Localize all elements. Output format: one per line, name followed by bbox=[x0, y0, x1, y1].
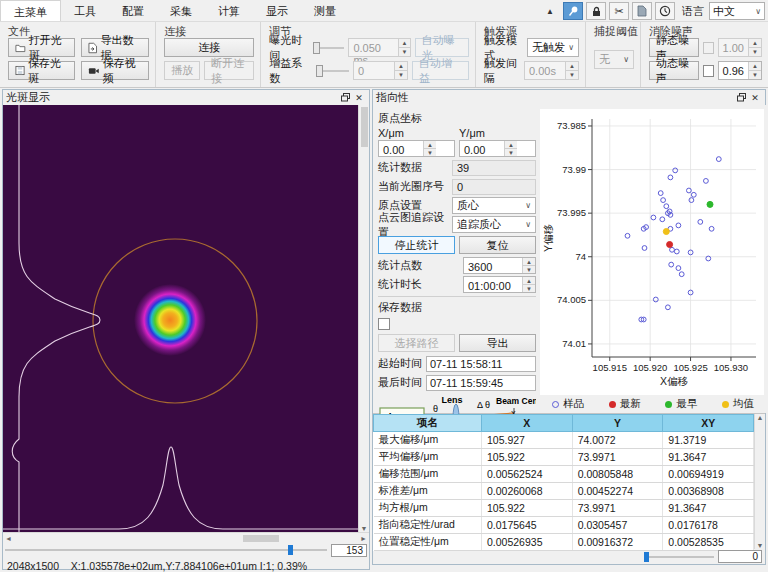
spin-up-icon[interactable]: ▲ bbox=[523, 258, 535, 266]
spin-down-icon[interactable]: ▼ bbox=[395, 71, 407, 79]
data-point-样品 bbox=[673, 168, 678, 173]
close-panel-icon[interactable]: ✕ bbox=[748, 92, 762, 104]
reset-button[interactable]: 复位 bbox=[459, 236, 536, 254]
menu-tab-measure[interactable]: 测量 bbox=[301, 0, 349, 21]
table-cell: 74.0072 bbox=[572, 432, 663, 449]
connect-button[interactable]: 连接 bbox=[164, 38, 254, 57]
scatter-chart-area: 105.915105.920105.925105.93073.98573.997… bbox=[540, 105, 766, 413]
dynamic-noise-spinner[interactable]: 0.96 ▲▼ bbox=[718, 61, 762, 80]
save-spot-button[interactable]: 保存光斑 bbox=[8, 61, 75, 80]
save-data-checkbox[interactable] bbox=[378, 318, 390, 330]
spin-up-icon[interactable]: ▲ bbox=[424, 141, 436, 149]
denoise-section-label: 消除噪声 bbox=[649, 24, 693, 39]
scroll-right-icon[interactable]: ► bbox=[358, 535, 369, 542]
spin-up-icon[interactable]: ▲ bbox=[749, 62, 761, 71]
menu-tab-config[interactable]: 配置 bbox=[109, 0, 157, 21]
close-panel-icon[interactable]: ✕ bbox=[352, 92, 366, 104]
lock-icon[interactable] bbox=[586, 2, 606, 20]
auto-exposure-button[interactable]: 自动曝光 bbox=[415, 38, 469, 57]
table-row[interactable]: 标准差/μm0.002600680.004522740.00368908 bbox=[374, 483, 754, 500]
menu-tab-compute[interactable]: 计算 bbox=[205, 0, 253, 21]
save-video-button[interactable]: 保存视频 bbox=[81, 61, 149, 80]
static-noise-checkbox[interactable] bbox=[703, 42, 713, 54]
table-row[interactable]: 指向稳定性/urad0.01756450.03054570.0176178 bbox=[374, 517, 754, 534]
spin-up-icon[interactable]: ▲ bbox=[399, 39, 410, 48]
origin-setting-select[interactable]: 质心∨ bbox=[452, 197, 536, 214]
menu-tab-display[interactable]: 显示 bbox=[253, 0, 301, 21]
spin-down-icon[interactable]: ▼ bbox=[505, 149, 517, 156]
cloud-tracking-select[interactable]: 追踪质心∨ bbox=[452, 216, 536, 233]
table-row[interactable]: 均方根/μm105.92273.997191.3647 bbox=[374, 500, 754, 517]
language-select[interactable]: 中文∨ bbox=[709, 2, 765, 20]
disconnect-button[interactable]: 断开连接 bbox=[204, 61, 254, 80]
table-header[interactable]: 项名 bbox=[374, 415, 482, 432]
scroll-up-icon[interactable]: ▲ bbox=[755, 414, 766, 421]
table-row[interactable]: 最大偏移/μm105.92774.007291.3719 bbox=[374, 432, 754, 449]
scatter-plot[interactable]: 105.915105.920105.925105.93073.98573.997… bbox=[540, 109, 764, 393]
beam-vertical-scrollbar[interactable]: ▲ ▼ bbox=[358, 105, 369, 532]
dynamic-noise-button[interactable]: 动态噪声 bbox=[649, 61, 699, 80]
spin-up-icon[interactable]: ▲ bbox=[523, 277, 535, 285]
table-header[interactable]: XY bbox=[663, 415, 754, 432]
select-path-button[interactable]: 选择路径 bbox=[378, 334, 455, 352]
clock-icon[interactable] bbox=[655, 2, 675, 20]
spin-up-icon[interactable]: ▲ bbox=[566, 62, 578, 71]
spin-up-icon[interactable]: ▲ bbox=[395, 62, 407, 71]
table-row[interactable]: 平均偏移/μm105.92273.997191.3647 bbox=[374, 449, 754, 466]
beam-horizontal-scrollbar[interactable]: ◄ ► bbox=[3, 532, 369, 543]
scroll-left-icon[interactable]: ◄ bbox=[3, 535, 14, 542]
stat-duration-spinner[interactable]: 01:00:00 ▲▼ bbox=[463, 276, 536, 293]
open-spot-button[interactable]: 打开光斑 bbox=[8, 38, 75, 57]
auto-gain-button[interactable]: 自动增益 bbox=[412, 61, 469, 80]
spin-up-icon[interactable]: ▲ bbox=[505, 141, 517, 149]
pin-icon[interactable] bbox=[563, 2, 583, 20]
table-row[interactable]: 位置稳定性/μm0.005269350.009163720.00528535 bbox=[374, 534, 754, 551]
scroll-down-icon[interactable]: ▼ bbox=[755, 542, 766, 549]
export-data-button[interactable]: 导出数据 bbox=[81, 38, 149, 57]
spin-down-icon[interactable]: ▼ bbox=[749, 71, 761, 79]
menu-tab-acquire[interactable]: 采集 bbox=[157, 0, 205, 21]
y-um-label: Y/μm bbox=[459, 127, 536, 139]
stop-statistics-button[interactable]: 停止统计 bbox=[378, 236, 455, 254]
trigger-mode-select[interactable]: 无触发∨ bbox=[527, 38, 579, 57]
spin-down-icon[interactable]: ▼ bbox=[399, 48, 410, 56]
scissors-icon[interactable]: ✂ bbox=[609, 2, 629, 20]
table-header[interactable]: Y bbox=[572, 415, 663, 432]
spin-down-icon[interactable]: ▼ bbox=[749, 48, 761, 56]
origin-x-spinner[interactable]: 0.00 ▲▼ bbox=[378, 140, 455, 157]
float-panel-icon[interactable] bbox=[734, 92, 748, 104]
table-vertical-scrollbar[interactable]: ▲ ▼ bbox=[754, 414, 765, 549]
static-noise-spinner[interactable]: 1.00 ▲▼ bbox=[718, 38, 762, 57]
spin-up-icon[interactable]: ▲ bbox=[749, 39, 761, 48]
play-button[interactable]: 播放 bbox=[164, 61, 200, 80]
spin-down-icon[interactable]: ▼ bbox=[523, 285, 535, 292]
table-page-slider[interactable] bbox=[644, 552, 714, 562]
exposure-slider[interactable] bbox=[313, 42, 344, 54]
gain-slider[interactable] bbox=[316, 65, 349, 77]
float-panel-icon[interactable] bbox=[338, 92, 352, 104]
menu-tab-main[interactable]: 主菜单 bbox=[0, 0, 61, 21]
colormap-threshold-value[interactable]: 153 bbox=[331, 544, 367, 557]
menu-tab-tools[interactable]: 工具 bbox=[61, 0, 109, 21]
beam-image[interactable] bbox=[3, 105, 358, 532]
exposure-spinner[interactable]: 0.050 ms ▲▼ bbox=[348, 38, 410, 57]
table-header[interactable]: X bbox=[482, 415, 573, 432]
gain-spinner[interactable]: 0 ▲▼ bbox=[353, 61, 408, 80]
stat-points-spinner[interactable]: 3600 ▲▼ bbox=[463, 257, 536, 274]
dynamic-noise-checkbox[interactable] bbox=[703, 65, 713, 77]
scroll-down-icon[interactable]: ▼ bbox=[359, 525, 370, 532]
data-point-样品 bbox=[642, 246, 647, 251]
origin-y-spinner[interactable]: 0.00 ▲▼ bbox=[459, 140, 536, 157]
spin-down-icon[interactable]: ▼ bbox=[566, 71, 578, 79]
trigger-interval-spinner[interactable]: 0.00s ▲▼ bbox=[524, 61, 579, 80]
table-page-value[interactable]: 0 bbox=[718, 550, 762, 563]
table-row[interactable]: 偏移范围/μm0.005625240.008058480.00694919 bbox=[374, 466, 754, 483]
spin-down-icon[interactable]: ▼ bbox=[523, 266, 535, 273]
collapse-ribbon-icon[interactable]: ▲ bbox=[540, 2, 560, 20]
save-file-icon[interactable] bbox=[632, 2, 652, 20]
static-noise-button[interactable]: 静态噪声 bbox=[649, 38, 699, 57]
colormap-threshold-slider[interactable] bbox=[5, 545, 327, 555]
capture-threshold-select[interactable]: 无∨ bbox=[594, 50, 634, 69]
spin-down-icon[interactable]: ▼ bbox=[424, 149, 436, 156]
export-button[interactable]: 导出 bbox=[459, 334, 536, 352]
